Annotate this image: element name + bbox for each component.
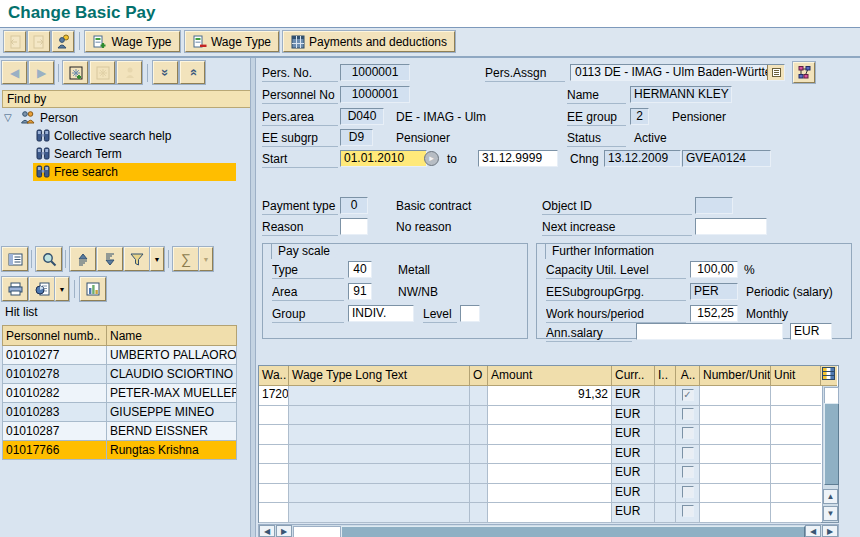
payment-type-field[interactable]: 0 — [340, 197, 368, 214]
nav-forward-button[interactable] — [29, 61, 54, 84]
unit-cell[interactable] — [771, 386, 821, 406]
o-cell[interactable] — [470, 503, 488, 523]
amount-cell[interactable] — [488, 503, 612, 523]
currency-cell[interactable]: EUR — [612, 445, 655, 465]
i-cell[interactable] — [655, 503, 676, 523]
next-increase-field[interactable] — [695, 218, 767, 235]
long-text-cell[interactable] — [289, 464, 470, 484]
pers-assgn-combo[interactable]: 0113 DE - IMAG - Ulm Baden-Württe — [570, 64, 785, 81]
number-unit-cell[interactable] — [700, 425, 771, 445]
unit-cell[interactable] — [771, 425, 821, 445]
sort-ascending-button[interactable] — [70, 247, 96, 271]
print-button[interactable] — [2, 277, 28, 301]
wage-type-cell[interactable] — [259, 484, 289, 504]
pers-area-field[interactable]: D040 — [340, 108, 384, 125]
views-button[interactable] — [29, 277, 55, 301]
o-cell[interactable] — [470, 484, 488, 504]
wage-row[interactable]: EUR — [259, 445, 838, 465]
currency-cell[interactable]: EUR — [612, 406, 655, 426]
wage-row[interactable]: 1720 91,32 EUR — [259, 386, 838, 406]
currency-cell[interactable]: EUR — [612, 464, 655, 484]
horizontal-scrollbar[interactable] — [258, 524, 839, 537]
horizontal-scroll-thumb[interactable] — [341, 526, 805, 537]
previous-record-button[interactable] — [4, 31, 26, 52]
ps-type-field[interactable]: 40 — [348, 261, 372, 278]
wage-type-cell[interactable] — [259, 445, 289, 465]
wage-row[interactable]: EUR — [259, 484, 838, 504]
long-text-cell[interactable] — [289, 386, 470, 406]
unit-cell[interactable] — [771, 445, 821, 465]
reason-field[interactable] — [340, 218, 368, 235]
ps-group-field[interactable]: INDIV. — [348, 305, 414, 322]
o-cell[interactable] — [470, 386, 488, 406]
personnel-number-cell[interactable]: 01010278 — [3, 365, 107, 384]
scroll-down-button[interactable] — [823, 506, 838, 521]
col-wage-type[interactable]: Wa.. — [259, 366, 289, 386]
i-cell[interactable] — [655, 386, 676, 406]
wage-type-cell[interactable]: 1720 — [259, 386, 289, 406]
hit-row[interactable]: 01010277UMBERTO PALLAORO — [3, 346, 237, 365]
tree-node-person[interactable]: ▽ Person — [0, 109, 250, 127]
col-amount[interactable]: Amount — [488, 366, 612, 386]
name-field[interactable]: HERMANN KLEY — [630, 86, 732, 103]
amount-cell[interactable] — [488, 445, 612, 465]
unit-cell[interactable] — [771, 464, 821, 484]
search-button[interactable] — [36, 247, 62, 271]
scroll-left-button[interactable] — [259, 525, 275, 537]
col-indirect-valuation[interactable]: I.. — [655, 366, 676, 386]
scroll-right-button[interactable] — [822, 525, 838, 537]
long-text-cell[interactable] — [289, 445, 470, 465]
number-unit-cell[interactable] — [700, 503, 771, 523]
col-number-unit[interactable]: Number/Unit — [700, 366, 771, 386]
end-date-field[interactable]: 31.12.9999 — [478, 150, 558, 167]
unit-cell[interactable] — [771, 503, 821, 523]
personnel-number-cell[interactable]: 01010277 — [3, 346, 107, 365]
expand-all-button[interactable]: » — [180, 61, 205, 84]
i-cell[interactable] — [655, 425, 676, 445]
wage-row[interactable]: EUR — [259, 464, 838, 484]
personnel-number-cell[interactable]: 01010283 — [3, 403, 107, 422]
wage-row[interactable]: EUR — [259, 503, 838, 523]
ee-subgrp-field[interactable]: D9 — [340, 129, 373, 146]
chng-user-field[interactable]: GVEA0124 — [682, 150, 771, 167]
org-structure-button[interactable] — [793, 62, 815, 83]
ps-area-field[interactable]: 91 — [348, 283, 372, 300]
ann-salary-field[interactable] — [636, 323, 783, 340]
name-cell[interactable]: GIUSEPPE MINEO — [107, 403, 237, 422]
name-cell[interactable]: Rungtas Krishna — [107, 441, 237, 460]
o-cell[interactable] — [470, 406, 488, 426]
name-cell[interactable]: BERND EISSNER — [107, 422, 237, 441]
chng-date-field[interactable]: 13.12.2009 — [604, 150, 681, 167]
hit-row[interactable]: 01010282PETER-MAX MUELLER — [3, 384, 237, 403]
amount-cell[interactable] — [488, 425, 612, 445]
currency-cell[interactable]: EUR — [612, 386, 655, 406]
col-wage-type-long-text[interactable]: Wage Type Long Text — [289, 366, 470, 386]
ann-salary-currency-field[interactable]: EUR — [790, 323, 832, 340]
i-cell[interactable] — [655, 464, 676, 484]
scroll-left-button[interactable] — [805, 525, 821, 537]
i-cell[interactable] — [655, 445, 676, 465]
number-unit-cell[interactable] — [700, 484, 771, 504]
amount-cell[interactable] — [488, 464, 612, 484]
add-wage-type-button[interactable]: Wage Type — [85, 31, 180, 52]
col-a[interactable]: A.. — [676, 366, 700, 386]
change-search-button[interactable] — [90, 61, 115, 84]
checkbox[interactable] — [682, 447, 694, 459]
wage-row[interactable]: EUR — [259, 425, 838, 445]
unit-cell[interactable] — [771, 484, 821, 504]
hit-col-personnel-number[interactable]: Personnel numb.. — [3, 326, 107, 346]
name-cell[interactable]: PETER-MAX MUELLER — [107, 384, 237, 403]
long-text-cell[interactable] — [289, 503, 470, 523]
long-text-cell[interactable] — [289, 406, 470, 426]
search-person-button[interactable] — [52, 31, 74, 52]
hit-row[interactable]: 01010287BERND EISSNER — [3, 422, 237, 441]
combo-dropdown-button[interactable] — [767, 65, 784, 80]
hit-row-selected[interactable]: 01017766Rungtas Krishna — [3, 441, 237, 460]
wage-type-cell[interactable] — [259, 464, 289, 484]
filter-menu-button[interactable]: ▼ — [150, 247, 164, 271]
name-cell[interactable]: CLAUDIO SCIORTINO — [107, 365, 237, 384]
personnel-number-cell[interactable]: 01017766 — [3, 441, 107, 460]
details-button[interactable] — [2, 247, 28, 271]
collapse-all-button[interactable]: » — [153, 61, 178, 84]
sort-descending-button[interactable] — [97, 247, 123, 271]
